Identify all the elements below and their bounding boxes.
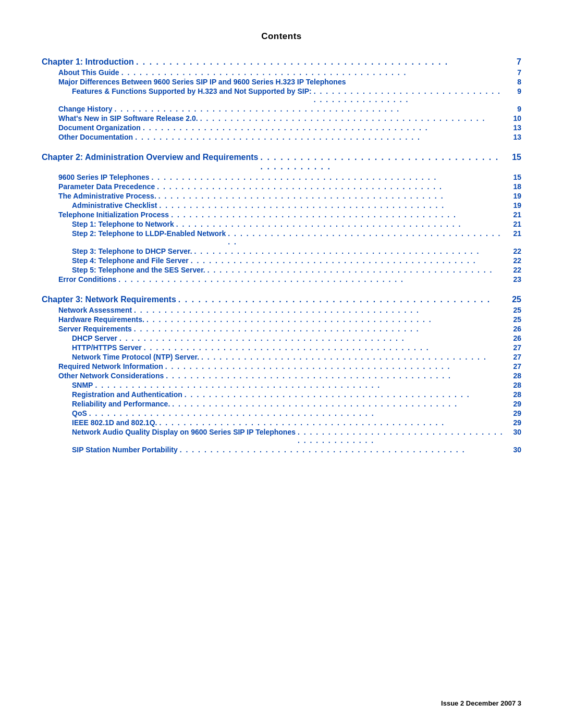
toc-entry[interactable]: Step 5: Telephone and the SES Server. . …: [42, 266, 521, 274]
toc-entry[interactable]: Step 4: Telephone and File Server . . . …: [42, 256, 521, 265]
toc-entry[interactable]: SIP Station Number Portability . . . . .…: [42, 446, 521, 454]
toc-entry[interactable]: About This Guide . . . . . . . . . . . .…: [42, 68, 521, 77]
toc-entry[interactable]: 9600 Series IP Telephones . . . . . . . …: [42, 173, 521, 181]
toc-entry[interactable]: Required Network Information . . . . . .…: [42, 362, 521, 371]
toc-entry[interactable]: Major Differences Between 9600 Series SI…: [42, 78, 521, 86]
toc-entry[interactable]: Network Time Protocol (NTP) Server. . . …: [42, 353, 521, 361]
toc-entry[interactable]: QoS . . . . . . . . . . . . . . . . . . …: [42, 409, 521, 417]
toc-entry[interactable]: Network Audio Quality Display on 9600 Se…: [42, 428, 521, 445]
toc-entry[interactable]: Features & Functions Supported by H.323 …: [42, 87, 521, 104]
footer: Issue 2 December 2007 3: [441, 699, 521, 707]
toc-entry[interactable]: The Administrative Process. . . . . . . …: [42, 192, 521, 200]
toc-entry[interactable]: SNMP . . . . . . . . . . . . . . . . . .…: [42, 381, 521, 389]
toc-entry[interactable]: Hardware Requirements. . . . . . . . . .…: [42, 315, 521, 324]
toc-entry[interactable]: Administrative Checklist . . . . . . . .…: [42, 201, 521, 209]
toc-entry[interactable]: Chapter 3: Network Requirements . . . . …: [42, 295, 521, 304]
toc-entry[interactable]: Parameter Data Precedence . . . . . . . …: [42, 182, 521, 191]
toc-entry[interactable]: Step 3: Telephone to DHCP Server. . . . …: [42, 247, 521, 255]
toc-entry[interactable]: Chapter 2: Administration Overview and R…: [42, 153, 521, 171]
toc-entry[interactable]: Step 2: Telephone to LLDP-Enabled Networ…: [42, 229, 521, 246]
toc-entry[interactable]: Error Conditions . . . . . . . . . . . .…: [42, 275, 521, 283]
toc-entry[interactable]: Network Assessment . . . . . . . . . . .…: [42, 306, 521, 314]
toc-container: Chapter 1: Introduction . . . . . . . . …: [42, 57, 521, 454]
toc-entry[interactable]: Reliability and Performance. . . . . . .…: [42, 400, 521, 408]
toc-entry[interactable]: Change History . . . . . . . . . . . . .…: [42, 105, 521, 113]
page-title: Contents: [42, 31, 521, 42]
toc-entry[interactable]: IEEE 802.1D and 802.1Q. . . . . . . . . …: [42, 418, 521, 427]
toc-entry[interactable]: Telephone Initialization Process . . . .…: [42, 211, 521, 219]
toc-entry[interactable]: Document Organization . . . . . . . . . …: [42, 124, 521, 132]
toc-entry[interactable]: Other Network Considerations . . . . . .…: [42, 372, 521, 380]
toc-entry[interactable]: DHCP Server . . . . . . . . . . . . . . …: [42, 334, 521, 342]
toc-entry[interactable]: Server Requirements . . . . . . . . . . …: [42, 325, 521, 333]
toc-entry[interactable]: HTTP/HTTPS Server . . . . . . . . . . . …: [42, 343, 521, 352]
toc-entry[interactable]: What's New in SIP Software Release 2.0. …: [42, 114, 521, 122]
toc-entry[interactable]: Registration and Authentication . . . . …: [42, 390, 521, 399]
toc-entry[interactable]: Other Documentation . . . . . . . . . . …: [42, 133, 521, 141]
toc-entry[interactable]: Chapter 1: Introduction . . . . . . . . …: [42, 57, 521, 67]
toc-entry[interactable]: Step 1: Telephone to Network . . . . . .…: [42, 220, 521, 228]
